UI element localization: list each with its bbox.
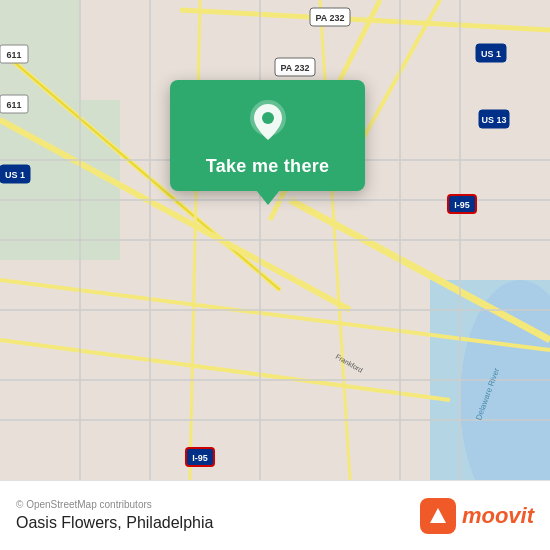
map-svg: PA 232 PA 232 US 1 US 13 I-95 I-95 US 1 …	[0, 0, 550, 480]
moovit-logo[interactable]: moovit	[420, 498, 534, 534]
location-pin-icon	[244, 98, 292, 146]
moovit-text: moovit	[462, 503, 534, 529]
popup-label: Take me there	[206, 156, 330, 177]
moovit-icon	[420, 498, 456, 534]
svg-text:611: 611	[6, 100, 21, 110]
svg-text:PA 232: PA 232	[315, 13, 344, 23]
svg-text:611: 611	[6, 50, 21, 60]
svg-text:US 13: US 13	[481, 115, 506, 125]
svg-point-48	[262, 112, 274, 124]
svg-text:US 1: US 1	[481, 49, 501, 59]
bottom-left-info: © OpenStreetMap contributors Oasis Flowe…	[16, 499, 213, 532]
map-container: PA 232 PA 232 US 1 US 13 I-95 I-95 US 1 …	[0, 0, 550, 480]
moovit-brand-icon	[427, 505, 449, 527]
svg-text:PA 232: PA 232	[280, 63, 309, 73]
attribution-text: © OpenStreetMap contributors	[16, 499, 213, 510]
popup-card[interactable]: Take me there	[170, 80, 365, 191]
svg-marker-49	[430, 508, 446, 523]
bottom-bar: © OpenStreetMap contributors Oasis Flowe…	[0, 480, 550, 550]
place-name-text: Oasis Flowers, Philadelphia	[16, 514, 213, 532]
svg-text:I-95: I-95	[192, 453, 208, 463]
svg-text:I-95: I-95	[454, 200, 470, 210]
svg-text:US 1: US 1	[5, 170, 25, 180]
